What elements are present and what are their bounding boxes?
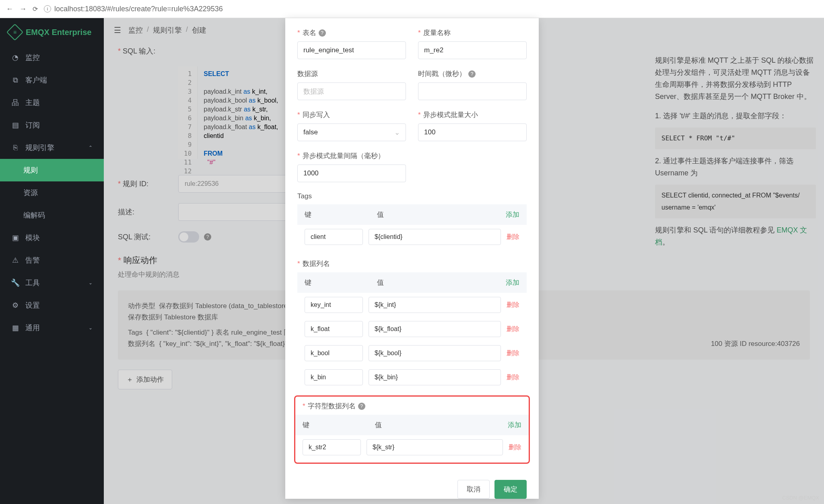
table-row: k_bin${k_bin}删除 xyxy=(297,365,527,389)
logo-icon: ≡ xyxy=(6,24,23,41)
sync-label: 同步写入 xyxy=(297,110,406,119)
sidebar-item-monitor[interactable]: ◔监控 xyxy=(0,46,104,69)
batch-size-input[interactable]: 100 xyxy=(418,123,527,141)
delete-button[interactable]: 删除 xyxy=(507,373,519,382)
col-value-input[interactable]: ${k_float} xyxy=(369,321,501,337)
url-text: localhost:18083/#/rules/create?rule=rule… xyxy=(54,5,223,13)
chevron-down-icon: ⌄ xyxy=(89,325,93,331)
sidebar-item-modules[interactable]: ▣模块 xyxy=(0,226,104,249)
bell-icon: ⚠ xyxy=(11,256,19,264)
col-key-input[interactable]: key_int xyxy=(305,297,363,313)
str-value-input[interactable]: ${k_str} xyxy=(367,439,503,455)
module-icon: ▣ xyxy=(11,234,19,242)
str-cols-section: 字符型数据列名? 键 值 添加 k_str2${k_str}删除 xyxy=(294,395,530,464)
table-row: k_str2${k_str}删除 xyxy=(295,435,529,459)
flow-icon: ⎘ xyxy=(11,144,19,152)
sidebar-item-tools[interactable]: 🔧工具⌄ xyxy=(0,272,104,294)
sidebar-item-schema[interactable]: 编解码 xyxy=(0,204,104,226)
timestamp-label: 时间戳（微秒） xyxy=(418,69,466,78)
col-value-input[interactable]: ${k_int} xyxy=(369,297,501,313)
info-icon: i xyxy=(44,5,51,12)
sync-select[interactable]: false⌄ xyxy=(297,123,406,141)
sidebar-item-clients[interactable]: ⧉客户端 xyxy=(0,69,104,91)
sidebar-item-rule-engine[interactable]: ⎘规则引擎⌃ xyxy=(0,136,104,159)
gear-icon: ⚙ xyxy=(11,301,19,309)
delete-button[interactable]: 删除 xyxy=(509,443,521,452)
batch-interval-input[interactable]: 1000 xyxy=(297,165,406,182)
sidebar-item-alarms[interactable]: ⚠告警 xyxy=(0,249,104,272)
delete-button[interactable]: 删除 xyxy=(507,325,519,333)
datasource-input[interactable]: 数据源 xyxy=(297,82,406,100)
delete-button[interactable]: 删除 xyxy=(507,233,519,241)
cols-label: 数据列名 xyxy=(297,259,527,268)
list-icon: ▤ xyxy=(11,121,19,129)
sidebar: ≡ EMQX Enterprise ◔监控 ⧉客户端 品主题 ▤订阅 ⎘规则引擎… xyxy=(0,18,104,504)
tag-value-input[interactable]: ${clientid} xyxy=(369,229,501,245)
help-icon[interactable]: ? xyxy=(468,70,476,78)
cancel-button[interactable]: 取消 xyxy=(457,480,490,499)
col-key-input[interactable]: k_float xyxy=(305,321,363,337)
metric-input[interactable]: m_re2 xyxy=(418,41,527,59)
brand-label: EMQX Enterprise xyxy=(26,28,91,37)
back-icon[interactable]: ← xyxy=(6,5,13,13)
str-cols-label: 字符型数据列名 xyxy=(308,401,356,411)
tags-add-button[interactable]: 添加 xyxy=(506,210,519,219)
gauge-icon: ◔ xyxy=(11,53,19,62)
str-cols-add-button[interactable]: 添加 xyxy=(508,420,521,430)
col-value-input[interactable]: ${k_bool} xyxy=(369,345,501,361)
sidebar-item-topics[interactable]: 品主题 xyxy=(0,91,104,114)
forward-icon[interactable]: → xyxy=(19,5,27,13)
chevron-down-icon: ⌄ xyxy=(89,280,93,286)
wrench-icon: 🔧 xyxy=(11,279,19,287)
str-cols-header: 键 值 添加 xyxy=(295,415,529,435)
cols-header: 键 值 添加 xyxy=(297,272,527,293)
help-icon[interactable]: ? xyxy=(319,29,326,37)
sidebar-item-settings[interactable]: ⚙设置 xyxy=(0,294,104,317)
sidebar-item-general[interactable]: ▦通用⌄ xyxy=(0,317,104,339)
table-name-label: 表名 xyxy=(303,28,316,37)
cols-add-button[interactable]: 添加 xyxy=(506,278,519,287)
col-key-input[interactable]: k_bin xyxy=(305,369,363,385)
batch-size-label: 异步模式批量大小 xyxy=(418,110,527,119)
batch-interval-label: 异步模式批量间隔（毫秒） xyxy=(297,151,406,160)
col-value-input[interactable]: ${k_bin} xyxy=(369,369,501,385)
logo[interactable]: ≡ EMQX Enterprise xyxy=(0,18,104,46)
sidebar-item-resources[interactable]: 资源 xyxy=(0,181,104,204)
table-row: k_bool${k_bool}删除 xyxy=(297,341,527,365)
modal: 表名? rule_engine_test 度量名称 m_re2 数据源 数据源 … xyxy=(285,18,539,499)
grid-icon: ▦ xyxy=(11,324,19,332)
delete-button[interactable]: 删除 xyxy=(507,349,519,358)
sidebar-item-rules[interactable]: 规则 xyxy=(0,159,104,181)
sidebar-item-subscriptions[interactable]: ▤订阅 xyxy=(0,114,104,136)
help-icon[interactable]: ? xyxy=(358,403,365,410)
col-key-input[interactable]: k_bool xyxy=(305,345,363,361)
str-key-input[interactable]: k_str2 xyxy=(303,439,361,455)
tags-label: Tags xyxy=(297,192,527,200)
metric-label: 度量名称 xyxy=(418,28,527,37)
tree-icon: 品 xyxy=(11,99,19,107)
chevron-down-icon: ⌄ xyxy=(394,128,400,137)
delete-button[interactable]: 删除 xyxy=(507,301,519,309)
datasource-label: 数据源 xyxy=(297,69,406,78)
table-row: key_int${k_int}删除 xyxy=(297,293,527,317)
timestamp-input[interactable] xyxy=(418,82,527,100)
url-bar[interactable]: i localhost:18083/#/rules/create?rule=ru… xyxy=(44,5,223,13)
devices-icon: ⧉ xyxy=(11,76,19,84)
table-row: client ${clientid} 删除 xyxy=(297,225,527,249)
table-row: k_float${k_float}删除 xyxy=(297,317,527,341)
chevron-up-icon: ⌃ xyxy=(89,145,93,150)
refresh-icon[interactable]: ⟳ xyxy=(33,5,38,13)
table-name-input[interactable]: rule_engine_test xyxy=(297,41,406,59)
confirm-button[interactable]: 确定 xyxy=(494,480,527,499)
browser-bar: ← → ⟳ i localhost:18083/#/rules/create?r… xyxy=(0,0,824,18)
watermark: CSDN @EMQX xyxy=(782,495,819,501)
tag-key-input[interactable]: client xyxy=(305,229,363,245)
tags-header: 键 值 添加 xyxy=(297,204,527,225)
